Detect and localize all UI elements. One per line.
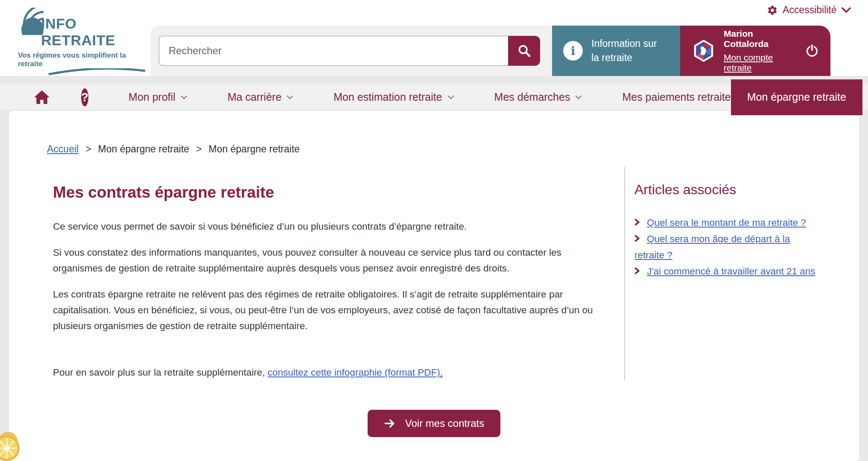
info-icon: i bbox=[563, 41, 583, 61]
search-button[interactable] bbox=[508, 36, 540, 66]
search-input[interactable] bbox=[159, 36, 508, 66]
gear-icon bbox=[767, 5, 778, 16]
main-column: Mes contrats épargne retraite Ce service… bbox=[9, 166, 624, 380]
search-panel bbox=[151, 26, 552, 76]
nav-item-ma-carriere[interactable]: Ma carrière bbox=[228, 91, 293, 103]
nav-label: Mon épargne retraite bbox=[747, 91, 846, 103]
logo-swoosh bbox=[48, 68, 146, 75]
nav-item-mes-paiements-retraite[interactable]: Mes paiements retraite bbox=[622, 91, 731, 103]
search-icon bbox=[517, 44, 532, 58]
content-card: Accueil > Mon épargne retraite > Mon épa… bbox=[9, 111, 859, 461]
nav-label: Mon estimation retraite bbox=[333, 91, 442, 103]
breadcrumb: Accueil > Mon épargne retraite > Mon épa… bbox=[47, 143, 300, 155]
contracts-paragraph: Les contrats épargne retraite ne relèven… bbox=[53, 286, 609, 334]
sidebar-title: Articles associés bbox=[634, 182, 821, 198]
account-box: Marion Cottalorda Mon compte retraite bbox=[680, 26, 830, 76]
sidebar-link-label[interactable]: Quel sera mon âge de départ à la retrait… bbox=[634, 233, 790, 260]
cta-label: Voir mes contrats bbox=[405, 417, 484, 429]
more-info-suffix: . bbox=[440, 367, 443, 378]
breadcrumb-separator: > bbox=[85, 143, 91, 155]
sidebar-link-travailler-avant-21[interactable]: J'ai commencé à travailler avant 21 ans bbox=[634, 263, 818, 280]
info-retraite-tab[interactable]: i Information sur la retraite bbox=[552, 26, 680, 76]
sidebar-link-label[interactable]: J'ai commencé à travailler avant 21 ans bbox=[647, 266, 815, 277]
franceconnect-avatar bbox=[691, 38, 716, 63]
logo-waves-icon bbox=[18, 8, 137, 35]
intro-paragraph: Ce service vous permet de savoir si vous… bbox=[53, 219, 609, 234]
arrow-right-icon bbox=[384, 418, 396, 429]
chevron-down-icon bbox=[286, 95, 293, 99]
accessibility-label: Accessibilité bbox=[783, 4, 837, 16]
voir-mes-contrats-button[interactable]: Voir mes contrats bbox=[368, 410, 500, 437]
account-link[interactable]: Mon compte retraite bbox=[724, 53, 797, 73]
nav-label: Ma carrière bbox=[228, 91, 281, 103]
chevron-down-icon bbox=[181, 95, 187, 99]
nav-item-mon-epargne-retraite-active[interactable]: Mon épargne retraite bbox=[731, 79, 862, 115]
header: INFO RETRAITE Vos régimes vous simplifie… bbox=[0, 0, 868, 76]
more-info-prefix: Pour en savoir plus sur la retraite supp… bbox=[53, 367, 268, 378]
infographie-pdf-link[interactable]: consultez cette infographie (format PDF) bbox=[268, 367, 440, 378]
breadcrumb-separator: > bbox=[196, 143, 202, 155]
related-articles-sidebar: Articles associés Quel sera le montant d… bbox=[624, 166, 859, 380]
nav-label: Mon profil bbox=[129, 91, 175, 103]
sidebar-link-label[interactable]: Quel sera le montant de ma retraite ? bbox=[647, 217, 806, 228]
more-info-line: Pour en savoir plus sur la retraite supp… bbox=[53, 365, 609, 380]
nav-item-mon-estimation-retraite[interactable]: Mon estimation retraite bbox=[333, 91, 454, 103]
breadcrumb-item: Mon épargne retraite bbox=[98, 143, 190, 155]
chevron-down-icon bbox=[575, 95, 582, 99]
breadcrumb-accueil[interactable]: Accueil bbox=[47, 143, 79, 155]
nav-label: Mes démarches bbox=[494, 91, 570, 103]
missing-info-paragraph: Si vous constatez des informations manqu… bbox=[53, 245, 609, 276]
site-logo[interactable]: INFO RETRAITE Vos régimes vous simplifie… bbox=[18, 8, 137, 77]
sidebar-link-age-depart[interactable]: Quel sera mon âge de départ à la retrait… bbox=[634, 231, 818, 263]
logo-tagline: Vos régimes vous simplifient la retraite bbox=[18, 51, 137, 68]
chevron-right-icon bbox=[634, 231, 640, 247]
nav-item-mon-profil[interactable]: Mon profil bbox=[129, 91, 187, 103]
home-icon[interactable] bbox=[33, 90, 50, 105]
chevron-right-icon bbox=[634, 263, 640, 280]
chevron-down-icon bbox=[447, 95, 454, 99]
sidebar-link-montant-retraite[interactable]: Quel sera le montant de ma retraite ? bbox=[634, 215, 818, 231]
lemon-padlock-icon bbox=[0, 423, 28, 461]
accessibility-menu[interactable]: Accessibilité bbox=[767, 4, 851, 16]
chevron-down-icon bbox=[842, 7, 851, 13]
nav-item-mes-demarches[interactable]: Mes démarches bbox=[494, 91, 582, 103]
breadcrumb-item: Mon épargne retraite bbox=[209, 143, 300, 155]
logout-power-icon[interactable] bbox=[805, 44, 819, 58]
account-name: Marion Cottalorda bbox=[724, 29, 797, 49]
page-title: Mes contrats épargne retraite bbox=[53, 184, 609, 201]
info-tab-label: Information sur la retraite bbox=[591, 37, 664, 65]
nav-label: Mes paiements retraite bbox=[622, 91, 731, 103]
chevron-right-icon bbox=[634, 215, 640, 231]
page: INFO RETRAITE Vos régimes vous simplifie… bbox=[0, 0, 868, 461]
main-nav: ? Mon profil Ma carrière Mon estimation … bbox=[0, 76, 868, 111]
help-icon[interactable]: ? bbox=[81, 88, 88, 106]
